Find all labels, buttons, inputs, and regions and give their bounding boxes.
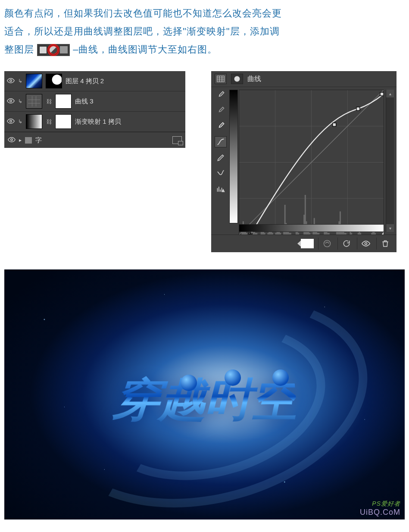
curves-graph[interactable] xyxy=(229,90,384,232)
curves-panel-header: 曲线 xyxy=(211,71,397,87)
intro-line2b: 整图层 xyxy=(4,44,34,55)
svg-point-1 xyxy=(10,100,12,102)
svg-rect-37 xyxy=(267,233,269,235)
curves-tool-column xyxy=(214,90,228,232)
eyedropper-gray-icon[interactable] xyxy=(215,105,226,116)
svg-rect-129 xyxy=(371,233,372,235)
sphere-decoration xyxy=(181,375,197,391)
svg-rect-56 xyxy=(289,233,290,235)
svg-rect-81 xyxy=(317,233,318,235)
scroll-up-icon[interactable]: ▴ xyxy=(386,90,394,97)
layer-mask-thumbnail[interactable] xyxy=(55,114,72,129)
output-gradient xyxy=(229,90,238,223)
smooth-tool-icon[interactable] xyxy=(215,168,226,178)
duplicate-icon[interactable] xyxy=(172,136,182,144)
mask-icon xyxy=(39,46,47,54)
svg-rect-74 xyxy=(309,233,310,235)
input-gradient xyxy=(239,224,384,232)
svg-rect-132 xyxy=(375,233,376,235)
svg-rect-18 xyxy=(246,233,247,235)
layer-thumbnail[interactable] xyxy=(26,94,42,109)
curves-graph-canvas[interactable] xyxy=(239,90,384,235)
intro-line2a: 适合，所以还是用曲线调整图层吧，选择"渐变映射"层，添加调 xyxy=(4,26,280,37)
watermark-top: PS爱好者 xyxy=(360,500,400,508)
svg-rect-26 xyxy=(255,233,256,235)
result-artwork: 穿越时空 PS爱好者 UiBQ.CoM xyxy=(4,269,405,519)
svg-point-147 xyxy=(365,243,367,245)
clip-indicator-icon: ↳ xyxy=(18,98,22,104)
svg-rect-82 xyxy=(318,233,319,235)
svg-rect-27 xyxy=(256,233,257,235)
svg-rect-48 xyxy=(280,233,281,235)
layers-panel: ↳ 图层 4 拷贝 2 ↳ ⛓ 曲线 3 ↳ ⛓ 渐变映射 1 拷贝 xyxy=(4,71,185,148)
instruction-paragraph: 颜色有点闷，但如果我们去改色值可能也不知道怎么改会亮会更 适合，所以还是用曲线调… xyxy=(4,4,405,58)
svg-rect-105 xyxy=(344,233,345,235)
histogram-warning-icon[interactable] xyxy=(215,184,226,194)
svg-rect-141 xyxy=(333,123,336,127)
visibility-icon[interactable] xyxy=(7,97,15,106)
folder-icon xyxy=(60,46,68,53)
svg-rect-44 xyxy=(275,233,277,235)
svg-rect-34 xyxy=(264,233,265,235)
link-icon[interactable]: ⛓ xyxy=(46,119,52,125)
artwork-text: 穿越时空 xyxy=(110,370,299,431)
expand-chevron-icon[interactable]: ▸ xyxy=(19,137,22,143)
clip-indicator-icon: ↳ xyxy=(18,119,22,125)
layer-row[interactable]: ↳ ⛓ 渐变映射 1 拷贝 xyxy=(4,112,185,132)
layer-group-row[interactable]: ▸ 字 xyxy=(4,132,185,148)
curves-panel: 曲线 xyxy=(211,71,397,252)
group-name[interactable]: 字 xyxy=(35,136,42,144)
svg-rect-143 xyxy=(380,93,384,96)
clip-to-layer-button[interactable] xyxy=(301,239,314,248)
intro-line1: 颜色有点闷，但如果我们去改色值可能也不知道怎么改会亮会更 xyxy=(4,8,282,19)
svg-rect-90 xyxy=(327,233,328,235)
svg-rect-4 xyxy=(217,76,225,82)
svg-rect-119 xyxy=(360,233,361,235)
delete-button[interactable] xyxy=(376,238,394,250)
svg-rect-41 xyxy=(272,233,273,235)
reset-button[interactable] xyxy=(337,238,355,250)
layer-mask-thumbnail[interactable] xyxy=(55,94,72,109)
layer-row[interactable]: ↳ ⛓ 曲线 3 xyxy=(4,91,185,112)
eyedropper-black-icon[interactable] xyxy=(215,90,226,100)
curves-panel-footer xyxy=(211,235,397,252)
visibility-icon[interactable] xyxy=(7,117,15,126)
panel-title: 曲线 xyxy=(247,75,261,84)
on-image-adjust-button[interactable] xyxy=(231,74,243,84)
svg-point-2 xyxy=(10,120,12,122)
layer-mask-thumbnail[interactable] xyxy=(46,74,62,88)
panel-scrollbar[interactable]: ▴ ▾ xyxy=(386,90,394,232)
visibility-icon[interactable] xyxy=(8,136,16,145)
svg-rect-91 xyxy=(328,233,330,235)
svg-rect-142 xyxy=(356,107,360,111)
scroll-down-icon[interactable]: ▾ xyxy=(386,224,394,232)
layer-name[interactable]: 曲线 3 xyxy=(75,97,183,106)
clip-indicator-icon: ↳ xyxy=(18,78,22,84)
svg-rect-106 xyxy=(345,233,347,235)
inline-adjustment-layer-ui xyxy=(37,44,70,56)
layer-name[interactable]: 图层 4 拷贝 2 xyxy=(66,77,183,85)
preset-picker-button[interactable] xyxy=(215,74,227,84)
svg-rect-57 xyxy=(290,233,291,235)
folder-icon xyxy=(25,137,32,144)
visibility-icon[interactable] xyxy=(7,77,15,86)
svg-rect-111 xyxy=(351,233,352,235)
watermark: PS爱好者 UiBQ.CoM xyxy=(360,500,400,517)
layer-thumbnail[interactable] xyxy=(26,74,42,88)
layer-name[interactable]: 渐变映射 1 拷贝 xyxy=(75,118,183,126)
layer-row[interactable]: ↳ 图层 4 拷贝 2 xyxy=(4,71,185,91)
layer-thumbnail[interactable] xyxy=(26,114,42,129)
watermark-bottom: UiBQ.CoM xyxy=(360,508,400,516)
svg-rect-117 xyxy=(358,233,359,235)
toggle-visibility-button[interactable] xyxy=(357,238,375,250)
svg-point-0 xyxy=(10,80,12,82)
pencil-tool-icon[interactable] xyxy=(215,153,226,163)
adjustment-layer-icon xyxy=(49,45,58,55)
view-previous-state-button[interactable] xyxy=(318,238,336,250)
svg-rect-64 xyxy=(298,233,299,235)
link-icon[interactable]: ⛓ xyxy=(46,98,52,105)
svg-marker-145 xyxy=(380,232,384,235)
svg-point-3 xyxy=(11,139,13,141)
curve-point-tool-icon[interactable] xyxy=(215,136,227,147)
eyedropper-white-icon[interactable] xyxy=(215,121,226,131)
